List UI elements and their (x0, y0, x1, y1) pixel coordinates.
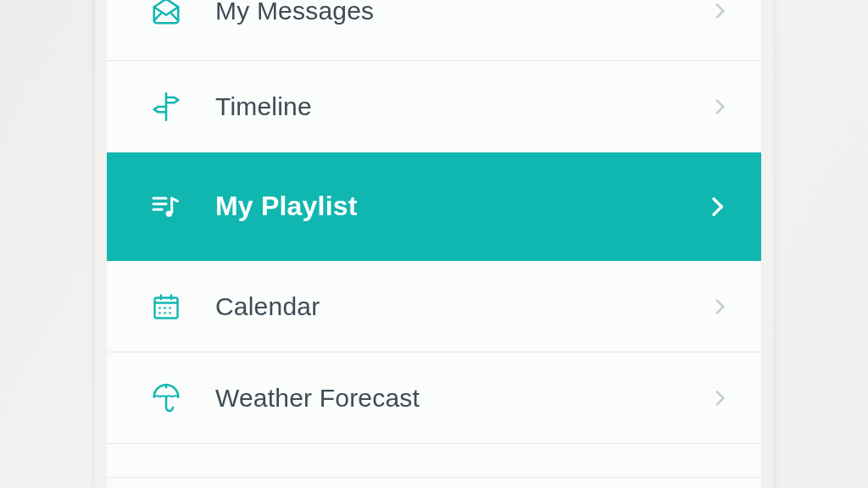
svg-point-12 (159, 312, 161, 314)
menu-item-label: Calendar (215, 292, 320, 321)
signpost-icon (147, 88, 185, 125)
music-note-icon (147, 188, 185, 225)
menu-screen: My Messages 4 Timeline (107, 0, 761, 488)
svg-point-13 (164, 312, 166, 314)
umbrella-icon (147, 380, 185, 417)
chevron-right-icon (709, 296, 731, 318)
menu-item-timeline[interactable]: Timeline (107, 61, 761, 152)
chevron-right-icon (709, 0, 731, 22)
menu-item-my-playlist[interactable]: My Playlist (107, 152, 761, 261)
chevron-right-icon (709, 387, 731, 409)
menu-item-label: My Playlist (215, 191, 358, 222)
chevron-right-icon (709, 96, 731, 118)
envelope-open-icon (147, 0, 185, 30)
svg-point-10 (164, 307, 166, 309)
calendar-icon (147, 288, 185, 325)
menu-item-label: Weather Forecast (215, 384, 420, 413)
svg-point-4 (166, 210, 172, 216)
menu-item-calendar[interactable]: Calendar (107, 261, 761, 352)
menu-item-my-messages[interactable]: My Messages 4 (107, 0, 761, 61)
menu-item-label: Timeline (215, 92, 312, 121)
menu-item-label: My Messages (215, 0, 374, 25)
svg-rect-5 (155, 297, 178, 318)
device-frame: My Messages 4 Timeline (95, 0, 773, 488)
menu-item-next[interactable] (107, 444, 761, 478)
svg-point-9 (159, 307, 161, 309)
chevron-right-icon (704, 193, 731, 220)
menu-item-weather-forecast[interactable]: Weather Forecast (107, 352, 761, 444)
svg-point-14 (169, 312, 171, 314)
svg-point-11 (169, 307, 171, 309)
